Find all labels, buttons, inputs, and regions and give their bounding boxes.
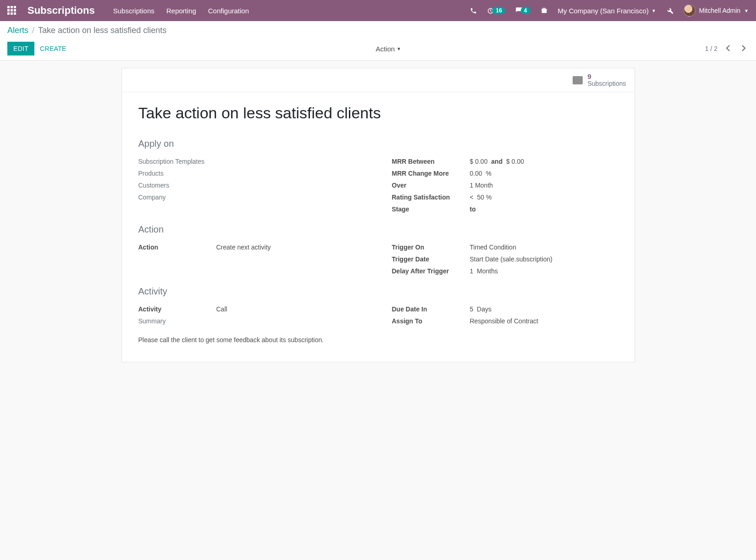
label-delay: Delay After Trigger bbox=[392, 267, 470, 275]
user-menu[interactable]: Mitchell Admin ▼ bbox=[684, 5, 749, 17]
value-assign: Responsible of Contract bbox=[470, 317, 538, 325]
unit-days: Days bbox=[477, 305, 491, 313]
label-summary: Summary bbox=[138, 317, 216, 325]
main-menu: Subscriptions Reporting Configuration bbox=[113, 7, 249, 15]
stat-count: 9 bbox=[587, 73, 626, 80]
menu-reporting[interactable]: Reporting bbox=[166, 7, 196, 15]
label-mrr-change: MRR Change More bbox=[392, 170, 470, 177]
label-products: Products bbox=[138, 170, 216, 177]
chevron-down-icon: ▼ bbox=[397, 46, 401, 51]
page-title: Take action on less satisfied clients bbox=[138, 104, 618, 122]
label-stage: Stage bbox=[392, 205, 470, 213]
label-assign: Assign To bbox=[392, 317, 470, 325]
company-name: My Company (San Francisco) bbox=[558, 7, 649, 15]
connector-to: to bbox=[470, 205, 476, 213]
chevron-down-icon: ▼ bbox=[651, 8, 656, 13]
pager-text[interactable]: 1 / 2 bbox=[705, 45, 717, 52]
label-mrr-between: MRR Between bbox=[392, 158, 470, 165]
stat-label: Subscriptions bbox=[587, 80, 626, 87]
form-sheet: 9 Subscriptions Take action on less sati… bbox=[121, 68, 635, 362]
label-customers: Customers bbox=[138, 182, 216, 189]
unit-months: Months bbox=[477, 267, 498, 275]
value-due: 5 bbox=[470, 305, 474, 313]
section-activity: Activity bbox=[138, 286, 618, 297]
value-delay: 1 bbox=[470, 267, 474, 275]
create-button[interactable]: Create bbox=[34, 42, 72, 55]
value-mrr-lo: $ 0.00 bbox=[470, 158, 488, 165]
breadcrumb-current: Take action on less satisfied clients bbox=[38, 26, 166, 35]
gift-icon[interactable] bbox=[541, 7, 548, 14]
connector-and: and bbox=[491, 158, 502, 165]
value-activity: Call bbox=[216, 305, 227, 313]
chevron-down-icon: ▼ bbox=[744, 8, 749, 13]
label-activity: Activity bbox=[138, 305, 216, 313]
stat-subscriptions[interactable]: 9 Subscriptions bbox=[573, 73, 626, 87]
menu-configuration[interactable]: Configuration bbox=[208, 7, 249, 15]
label-rating: Rating Satisfaction bbox=[392, 194, 470, 201]
app-brand[interactable]: Subscriptions bbox=[28, 5, 95, 17]
section-apply-on: Apply on bbox=[138, 139, 618, 149]
label-sub-templates: Subscription Templates bbox=[138, 158, 216, 165]
timer-badge: 16 bbox=[492, 7, 505, 14]
rating-op: < bbox=[470, 194, 474, 201]
phone-icon[interactable] bbox=[470, 7, 477, 14]
unit-percent: % bbox=[486, 194, 491, 201]
company-switcher[interactable]: My Company (San Francisco) ▼ bbox=[558, 7, 656, 15]
chat-icon[interactable]: 4 bbox=[515, 7, 530, 14]
chat-badge: 4 bbox=[521, 7, 530, 14]
value-mrr-hi: $ 0.00 bbox=[506, 158, 524, 165]
label-action: Action bbox=[138, 244, 216, 251]
control-bar: Alerts / Take action on less satisfied c… bbox=[0, 21, 756, 61]
unit-percent: % bbox=[486, 170, 491, 177]
edit-button[interactable]: Edit bbox=[7, 42, 34, 55]
action-dropdown[interactable]: Action ▼ bbox=[375, 45, 401, 53]
breadcrumb-parent[interactable]: Alerts bbox=[7, 26, 28, 35]
avatar bbox=[684, 5, 695, 17]
label-trigger-date: Trigger Date bbox=[392, 255, 470, 263]
pager-prev-icon[interactable] bbox=[723, 42, 733, 55]
value-action: Create next activity bbox=[216, 244, 271, 251]
label-trigger-on: Trigger On bbox=[392, 244, 470, 251]
apps-icon[interactable] bbox=[7, 6, 17, 15]
label-company: Company bbox=[138, 194, 216, 201]
label-due: Due Date In bbox=[392, 305, 470, 313]
breadcrumb: Alerts / Take action on less satisfied c… bbox=[7, 26, 749, 35]
timer-icon[interactable]: 16 bbox=[487, 7, 505, 14]
top-nav: Subscriptions Subscriptions Reporting Co… bbox=[0, 0, 756, 21]
section-action: Action bbox=[138, 224, 618, 235]
value-trigger-date: Start Date (sale.subscription) bbox=[470, 255, 553, 263]
breadcrumb-sep: / bbox=[32, 26, 34, 35]
action-dropdown-label: Action bbox=[375, 45, 395, 53]
user-name: Mitchell Admin bbox=[699, 7, 740, 14]
value-over: 1 Month bbox=[470, 182, 493, 189]
label-over: Over bbox=[392, 182, 470, 189]
book-icon bbox=[573, 76, 583, 84]
menu-subscriptions[interactable]: Subscriptions bbox=[113, 7, 155, 15]
summary-note: Please call the client to get some feedb… bbox=[138, 336, 618, 344]
value-trigger-on: Timed Condition bbox=[470, 244, 516, 251]
value-mrr-change: 0.00 bbox=[470, 170, 482, 177]
pager-next-icon[interactable] bbox=[739, 42, 749, 55]
tools-icon[interactable] bbox=[666, 7, 673, 14]
value-rating: 50 bbox=[477, 194, 484, 201]
